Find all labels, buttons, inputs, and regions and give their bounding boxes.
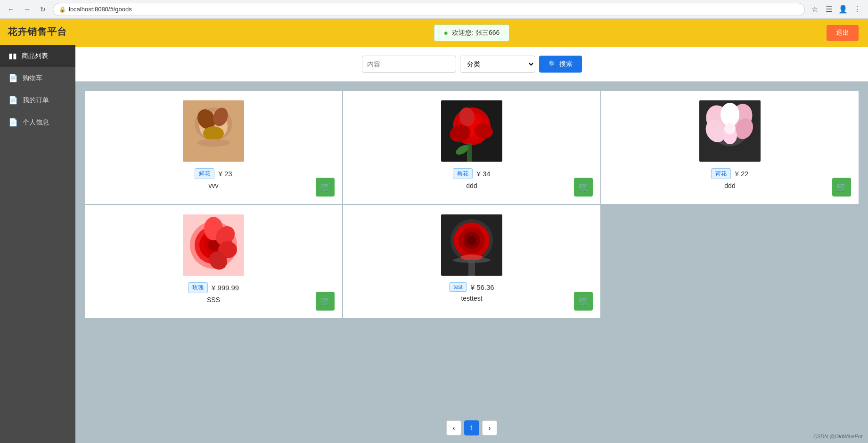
extensions-button[interactable]: ☰ <box>823 3 835 16</box>
forward-button[interactable]: → <box>21 3 33 16</box>
svg-point-41 <box>467 236 476 245</box>
empty-product-slot <box>601 205 859 318</box>
product-name: ddd <box>724 182 735 189</box>
product-info: 荷花 ¥ 22 <box>711 168 748 179</box>
search-input[interactable] <box>362 56 456 73</box>
product-image <box>183 214 244 276</box>
watermark: CSDN @OldWinePot <box>813 434 862 439</box>
sidebar-goods-label: 商品列表 <box>22 52 48 60</box>
goods-icon: ▮▮ <box>8 51 17 60</box>
product-image <box>441 214 502 276</box>
category-tag: 梅花 <box>453 168 473 179</box>
product-price: ¥ 23 <box>218 170 232 178</box>
add-to-cart-button[interactable]: 🛒 <box>574 292 593 311</box>
sidebar-profile-label: 个人信息 <box>23 118 49 127</box>
product-card: 荷花 ¥ 22 ddd 🛒 <box>601 91 859 204</box>
next-page-button[interactable]: › <box>482 420 497 435</box>
product-name: SSS <box>207 296 220 304</box>
product-grid: 鲜花 ¥ 23 vvv 🛒 梅花 ¥ 34 ddd 🛒 <box>85 91 859 318</box>
product-price: ¥ 56.36 <box>471 283 494 291</box>
top-header: ● 欢迎您: 张三666 退出 <box>75 19 868 47</box>
search-icon: 🔍 <box>549 60 557 68</box>
product-image <box>441 100 502 162</box>
welcome-text: 欢迎您: 张三666 <box>452 29 500 37</box>
product-card: test ¥ 56.36 testtest 🛒 <box>343 205 600 318</box>
product-info: 梅花 ¥ 34 <box>453 168 490 179</box>
add-to-cart-button[interactable]: 🛒 <box>832 178 851 197</box>
prev-page-button[interactable]: ‹ <box>446 420 461 435</box>
add-to-cart-button[interactable]: 🛒 <box>574 178 593 197</box>
product-price: ¥ 999.99 <box>212 284 239 292</box>
product-area: 鲜花 ¥ 23 vvv 🛒 梅花 ¥ 34 ddd 🛒 <box>75 82 868 413</box>
welcome-badge: ● 欢迎您: 张三666 <box>434 25 510 41</box>
browser-chrome: ← → ↻ 🔒 localhost:8080/#/goods ☆ ☰ 👤 ⋮ <box>0 0 868 19</box>
url-text: localhost:8080/#/goods <box>69 6 132 13</box>
product-price: ¥ 22 <box>735 170 748 178</box>
product-name: vvv <box>209 182 219 189</box>
sidebar: 花卉销售平台 ▮▮ 商品列表 📄 购物车 📄 我的订单 📄 个人信息 <box>0 19 75 443</box>
browser-actions: ☆ ☰ 👤 ⋮ <box>809 3 863 16</box>
sidebar-item-cart[interactable]: 📄 购物车 <box>0 67 75 89</box>
category-select[interactable]: 分类 鲜花 玫瑰 荷花 梅花 test <box>460 56 535 73</box>
product-info: 玫瑰 ¥ 999.99 <box>188 282 239 293</box>
product-image <box>699 100 761 162</box>
product-card: 鲜花 ¥ 23 vvv 🛒 <box>85 91 342 204</box>
category-tag: 荷花 <box>711 168 731 179</box>
profile-icon: 📄 <box>8 118 18 127</box>
logout-button[interactable]: 退出 <box>827 25 859 41</box>
product-name: testtest <box>461 295 482 302</box>
app-container: 花卉销售平台 ▮▮ 商品列表 📄 购物车 📄 我的订单 📄 个人信息 ● 欢迎您… <box>0 19 868 443</box>
welcome-dot: ● <box>444 29 449 37</box>
search-label: 搜索 <box>559 60 573 68</box>
category-tag: test <box>449 282 467 292</box>
menu-button[interactable]: ⋮ <box>851 3 863 16</box>
svg-point-5 <box>203 126 224 140</box>
product-card: 玫瑰 ¥ 999.99 SSS 🛒 <box>85 205 342 318</box>
add-to-cart-button[interactable]: 🛒 <box>316 178 335 197</box>
product-card: 梅花 ¥ 34 ddd 🛒 <box>343 91 600 204</box>
star-button[interactable]: ☆ <box>809 3 821 16</box>
product-info: test ¥ 56.36 <box>449 282 494 292</box>
svg-point-25 <box>724 123 736 134</box>
pagination: ‹ 1 › <box>75 413 868 443</box>
product-name: ddd <box>466 182 477 189</box>
svg-point-21 <box>721 103 739 126</box>
search-bar: 分类 鲜花 玫瑰 荷花 梅花 test 🔍 搜索 <box>75 47 868 82</box>
product-price: ¥ 34 <box>476 170 490 178</box>
page-1-button[interactable]: 1 <box>464 420 479 435</box>
sidebar-orders-label: 我的订单 <box>23 96 49 105</box>
main-content: ● 欢迎您: 张三666 退出 分类 鲜花 玫瑰 荷花 梅花 test 🔍 搜索 <box>75 19 868 443</box>
sidebar-item-goods[interactable]: ▮▮ 商品列表 <box>0 45 75 67</box>
sidebar-item-profile[interactable]: 📄 个人信息 <box>0 111 75 133</box>
address-bar[interactable]: 🔒 localhost:8080/#/goods <box>53 3 805 16</box>
orders-icon: 📄 <box>8 96 18 105</box>
account-button[interactable]: 👤 <box>837 3 849 16</box>
app-logo: 花卉销售平台 <box>0 19 75 45</box>
add-to-cart-button[interactable]: 🛒 <box>316 292 335 311</box>
category-tag: 玫瑰 <box>188 282 208 293</box>
reload-button[interactable]: ↻ <box>37 3 49 16</box>
lock-icon: 🔒 <box>59 6 66 13</box>
svg-point-7 <box>197 139 230 147</box>
sidebar-cart-label: 购物车 <box>23 74 42 82</box>
back-button[interactable]: ← <box>5 3 17 16</box>
search-button[interactable]: 🔍 搜索 <box>539 56 582 73</box>
category-tag: 鲜花 <box>195 168 214 179</box>
product-info: 鲜花 ¥ 23 <box>195 168 232 179</box>
sidebar-item-orders[interactable]: 📄 我的订单 <box>0 89 75 111</box>
product-image <box>183 100 244 162</box>
cart-icon: 📄 <box>8 74 18 82</box>
